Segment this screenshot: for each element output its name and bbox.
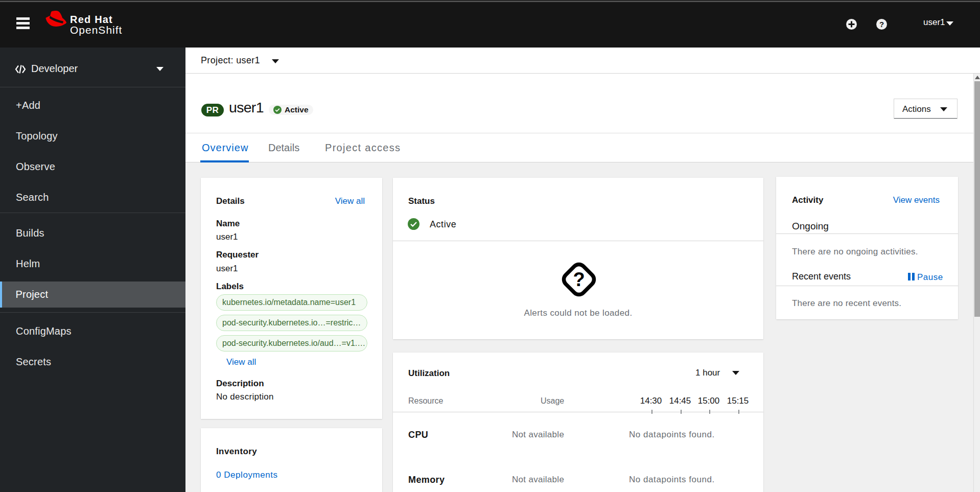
svg-text:?: ? [573,269,585,290]
svg-text:?: ? [879,20,884,29]
